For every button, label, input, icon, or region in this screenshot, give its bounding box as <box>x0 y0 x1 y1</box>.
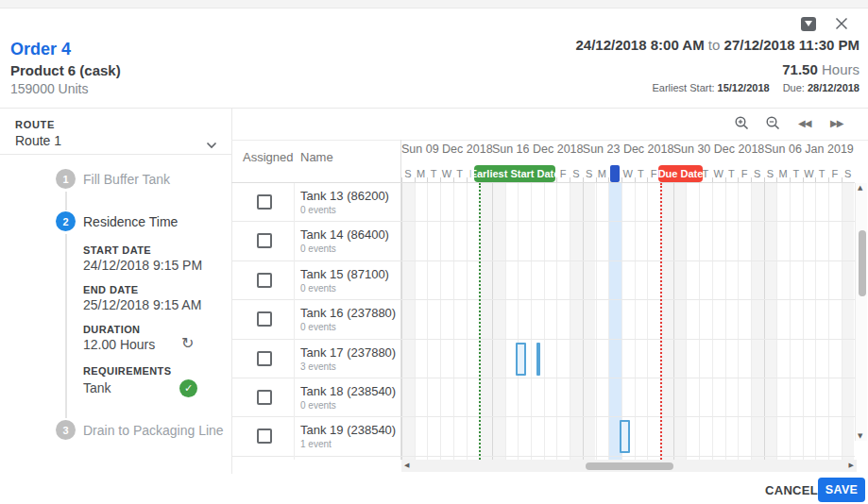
scroll-right-icon[interactable]: ▶▶ <box>830 118 842 128</box>
order-summary: 24/12/2018 8:00 AM to 27/12/2018 11:30 P… <box>575 36 859 94</box>
day-letter: W <box>440 165 453 182</box>
gridline <box>738 183 739 460</box>
cancel-button[interactable]: CANCEL <box>765 481 818 498</box>
gridline <box>815 183 816 460</box>
weekend-shade <box>764 183 777 460</box>
vertical-scrollbar-thumb[interactable] <box>859 230 866 296</box>
duration-label: DURATION <box>83 324 140 335</box>
gridline <box>842 183 842 460</box>
horizontal-scrollbar-thumb[interactable] <box>586 462 673 470</box>
gridline <box>544 183 545 460</box>
route-divider <box>0 154 231 155</box>
event-count: 0 events <box>300 283 336 294</box>
step-3-circle[interactable]: 3 <box>56 420 76 440</box>
row-divider <box>401 456 855 457</box>
end-date-value: 25/12/2018 9:15 AM <box>83 297 201 312</box>
date-range: 24/12/2018 8:00 AM to 27/12/2018 11:30 P… <box>575 36 859 55</box>
row-divider <box>401 221 855 222</box>
gridline <box>467 183 468 460</box>
minimize-icon[interactable] <box>801 17 816 31</box>
day-letter: W <box>712 165 725 182</box>
table-row: Tank 14 (86400)0 events <box>231 222 401 260</box>
current-day-marker <box>610 165 620 182</box>
day-letter: S <box>764 165 777 182</box>
weekend-shade <box>479 183 492 460</box>
day-letter: T <box>790 165 803 182</box>
day-letter: S <box>570 165 583 182</box>
zoom-in-icon[interactable] <box>734 115 751 132</box>
column-header-assigned: Assigned <box>243 150 293 164</box>
gridline <box>556 183 557 460</box>
week-label: Sun 16 Dec 2018 <box>492 143 583 158</box>
gridline <box>699 183 700 460</box>
due-date-badge: Due Date <box>658 165 703 182</box>
gridline <box>712 183 713 460</box>
gantt-event-bar[interactable] <box>620 420 630 453</box>
table-row: Tank 16 (237880)0 events <box>231 300 401 339</box>
refresh-icon[interactable]: ↻ <box>181 336 194 351</box>
route-select[interactable]: Route 1 <box>15 132 217 151</box>
order-dialog: Order 4 Product 6 (cask) 159000 Units 24… <box>0 0 868 504</box>
zoom-out-icon[interactable] <box>765 115 782 132</box>
step-3-label[interactable]: Drain to Packaging Line <box>83 423 224 438</box>
week-label: Sun 09 Dec 2018 <box>401 143 492 158</box>
scroll-down-arrow[interactable]: ▼ <box>858 432 862 440</box>
end-date-label: END DATE <box>83 284 139 295</box>
assigned-checkbox[interactable] <box>257 390 272 405</box>
weekend-shade <box>583 183 596 460</box>
assigned-checkbox[interactable] <box>257 273 272 288</box>
scroll-left-icon[interactable]: ◀◀ <box>798 118 810 128</box>
gridline <box>725 183 726 460</box>
scroll-left-arrow[interactable]: ◀ <box>404 462 409 469</box>
assigned-checkbox[interactable] <box>257 428 272 444</box>
assigned-checkbox[interactable] <box>257 233 272 248</box>
day-letter: T <box>815 165 828 182</box>
save-button[interactable]: SAVE <box>818 478 865 502</box>
step-connector <box>65 192 67 210</box>
day-letter: M <box>776 165 790 182</box>
vertical-scrollbar[interactable]: ▲ ▼ <box>855 183 867 441</box>
start-date-value: 24/12/2018 9:15 PM <box>83 258 202 273</box>
step-1-label[interactable]: Fill Buffer Tank <box>83 172 170 187</box>
earliest-due-line: Earliest Start: 15/12/2018Due: 28/12/201… <box>575 81 859 94</box>
step-connector <box>65 234 67 418</box>
assigned-checkbox[interactable] <box>257 311 272 327</box>
assigned-checkbox[interactable] <box>257 351 272 366</box>
scroll-right-arrow[interactable]: ▶ <box>849 462 854 469</box>
gridline <box>492 183 493 460</box>
gantt-event-bar[interactable] <box>536 343 540 376</box>
scroll-up-arrow[interactable]: ▲ <box>858 184 862 192</box>
tank-name: Tank 14 (86400) <box>300 227 389 242</box>
tank-name: Tank 13 (86200) <box>300 189 389 203</box>
gridline <box>803 183 804 460</box>
route-label: ROUTE <box>15 119 55 130</box>
event-count: 3 events <box>300 361 336 372</box>
row-divider <box>401 339 855 340</box>
day-letter: S <box>583 165 596 182</box>
top-strip <box>0 0 868 8</box>
horizontal-scrollbar[interactable]: ◀ ▶ <box>401 460 857 472</box>
gantt-chart[interactable] <box>401 183 855 460</box>
day-letter: S <box>842 165 855 182</box>
weekend-shade <box>751 183 764 460</box>
event-count: 0 events <box>300 322 336 332</box>
step-2-label[interactable]: Residence Time <box>83 214 178 229</box>
step-2-circle[interactable]: 2 <box>56 211 76 231</box>
week-label: Sun 23 Dec 2018 <box>583 143 673 158</box>
day-letter: T <box>453 165 467 182</box>
gridline <box>608 183 609 460</box>
step-1-circle[interactable]: 1 <box>56 169 76 189</box>
close-icon[interactable] <box>834 16 849 31</box>
check-icon: ✓ <box>179 379 197 397</box>
gantt-event-bar[interactable] <box>516 343 526 376</box>
table-row: Tank 15 (87100)0 events <box>231 261 401 300</box>
row-divider <box>401 378 855 378</box>
timeline-header: Earliest Start Date Due Date Sun 09 Dec … <box>401 140 855 183</box>
current-day-column <box>608 183 621 460</box>
gridline <box>635 183 636 460</box>
tank-name: Tank 16 (237880) <box>300 306 396 320</box>
column-header-name: Name <box>300 150 333 164</box>
assigned-checkbox[interactable] <box>257 194 272 210</box>
chevron-down-icon <box>206 136 217 153</box>
table-row: Tank 13 (86200)0 events <box>231 183 401 222</box>
